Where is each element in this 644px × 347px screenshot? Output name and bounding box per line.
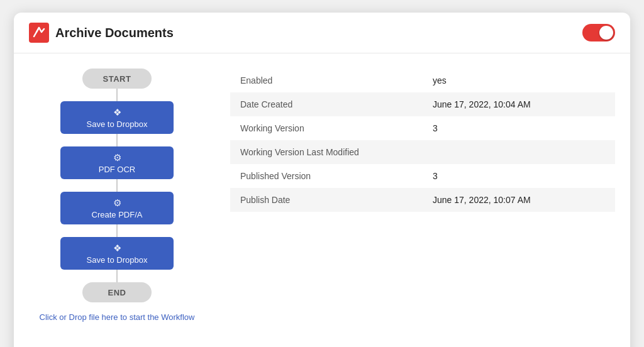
header-left: Archive Documents — [29, 23, 174, 43]
info-label: Date Created — [230, 92, 423, 116]
workflow-steps: START Save to Dropbox PDF OCR — [29, 69, 205, 302]
step-node-3[interactable]: Create PDF/A — [60, 192, 174, 224]
main-window: Archive Documents START Save to Dropbox — [14, 13, 630, 347]
info-label: Working Version — [230, 116, 423, 140]
gear-icon-1 — [113, 152, 121, 163]
info-label: Working Version Last Modified — [230, 140, 423, 164]
info-value: June 17, 2022, 10:07 AM — [423, 188, 615, 212]
info-value: 3 — [423, 164, 615, 188]
step-node-4[interactable]: Save to Dropbox — [60, 237, 174, 270]
table-row: Working Version3 — [230, 116, 615, 140]
step-node-1[interactable]: Save to Dropbox — [60, 101, 174, 134]
table-row: Publish DateJune 17, 2022, 10:07 AM — [230, 188, 615, 212]
table-row: Date CreatedJune 17, 2022, 10:04 AM — [230, 92, 615, 116]
step-node-2[interactable]: PDF OCR — [60, 146, 174, 179]
end-node: END — [82, 282, 152, 302]
info-label: Publish Date — [230, 188, 423, 212]
app-logo — [29, 23, 49, 43]
info-label: Enabled — [230, 69, 423, 92]
gear-icon-2 — [113, 197, 121, 209]
workflow-panel: START Save to Dropbox PDF OCR — [29, 69, 205, 322]
svg-rect-0 — [29, 23, 49, 43]
toggle-track — [582, 24, 615, 41]
table-row: Enabledyes — [230, 69, 615, 92]
start-node: START — [82, 69, 152, 89]
footer: Edit Delete Cancel — [14, 337, 630, 347]
page-title: Archive Documents — [55, 26, 174, 40]
info-value: June 17, 2022, 10:04 AM — [423, 92, 615, 116]
connector-3 — [116, 179, 118, 192]
main-content: START Save to Dropbox PDF OCR — [14, 53, 630, 337]
enabled-toggle[interactable] — [582, 24, 615, 41]
connector-1 — [116, 89, 118, 101]
connector-4 — [116, 224, 118, 237]
connector-2 — [116, 134, 118, 146]
toggle-thumb — [599, 26, 613, 40]
info-value — [423, 140, 615, 164]
table-row: Working Version Last Modified — [230, 140, 615, 164]
info-value: 3 — [423, 116, 615, 140]
info-table: EnabledyesDate CreatedJune 17, 2022, 10:… — [230, 69, 615, 212]
dropbox-icon-1 — [113, 107, 121, 118]
header: Archive Documents — [14, 13, 630, 53]
drop-zone-text[interactable]: Click or Drop file here to start the Wor… — [40, 312, 195, 322]
dropbox-icon-2 — [113, 243, 121, 254]
info-panel: EnabledyesDate CreatedJune 17, 2022, 10:… — [230, 69, 615, 322]
info-label: Published Version — [230, 164, 423, 188]
info-value: yes — [423, 69, 615, 92]
connector-5 — [116, 270, 118, 282]
table-row: Published Version3 — [230, 164, 615, 188]
